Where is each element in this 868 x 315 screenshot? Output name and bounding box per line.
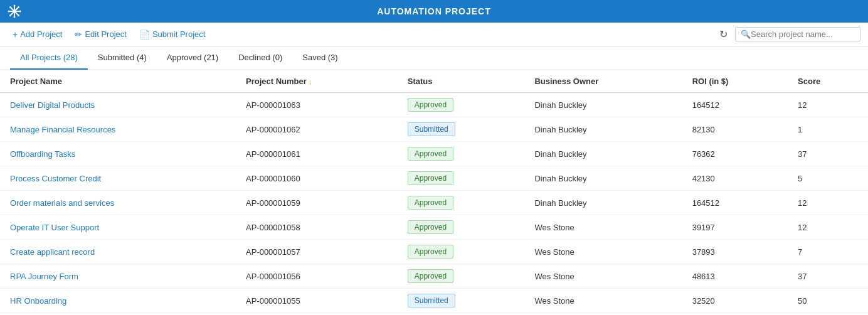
project-name-link[interactable]: Offboarding Tasks [10, 149, 75, 159]
app-logo [8, 4, 21, 18]
status-badge: Approved [408, 269, 453, 283]
col-header-business_owner: Business Owner [524, 70, 682, 93]
col-header-status: Status [398, 70, 525, 93]
submit-project-button[interactable]: 📄 Submit Project [134, 27, 211, 42]
tabs-bar: All Projects (28)Submitted (4)Approved (… [0, 46, 868, 70]
business-owner: Wes Stone [524, 215, 682, 240]
status-badge: Approved [408, 147, 453, 161]
project-number: AP-000001062 [236, 117, 398, 142]
status-badge: Approved [408, 245, 453, 259]
app-header: AUTOMATION PROJECT [0, 0, 868, 23]
score-value: 12 [788, 93, 868, 117]
status-badge: Approved [408, 220, 453, 234]
roi-value: 82130 [682, 117, 788, 142]
toolbar: + Add Project ✏ Edit Project 📄 Submit Pr… [0, 23, 868, 46]
svg-point-5 [14, 5, 16, 7]
score-value: 12 [788, 215, 868, 240]
edit-project-button[interactable]: ✏ Edit Project [70, 27, 131, 42]
project-name-link[interactable]: RPA Journey Form [10, 272, 78, 281]
project-name-link[interactable]: Order materials and services [10, 198, 114, 208]
main-content: All Projects (28)Submitted (4)Approved (… [0, 46, 868, 315]
projects-table-container[interactable]: Project NameProject Number ↓StatusBusine… [0, 70, 868, 313]
tab-all[interactable]: All Projects (28) [10, 46, 88, 70]
project-name-link[interactable]: Process Customer Credit [10, 174, 101, 183]
search-input[interactable] [751, 29, 856, 39]
business-owner: Dinah Buckley [524, 117, 682, 142]
projects-table: Project NameProject Number ↓StatusBusine… [0, 70, 868, 313]
svg-point-10 [18, 14, 19, 16]
project-number: AP-000001057 [236, 240, 398, 264]
business-owner: Dinah Buckley [524, 166, 682, 191]
project-name-link[interactable]: Create applicant record [10, 247, 95, 257]
tab-saved[interactable]: Saved (3) [292, 46, 347, 70]
status-badge: Approved [408, 98, 453, 112]
roi-value: 42130 [682, 166, 788, 191]
project-number: AP-000001060 [236, 166, 398, 191]
project-number: AP-000001061 [236, 142, 398, 166]
svg-point-9 [9, 6, 11, 8]
svg-point-12 [9, 14, 11, 16]
add-project-button[interactable]: + Add Project [8, 27, 67, 42]
project-number: AP-000001063 [236, 93, 398, 117]
roi-value: 48613 [682, 264, 788, 289]
add-project-label: Add Project [20, 29, 62, 39]
score-value: 37 [788, 264, 868, 289]
table-row: Manage Financial ResourcesAP-000001062Su… [0, 117, 868, 142]
project-name-link[interactable]: HR Onboarding [10, 296, 66, 306]
score-value: 7 [788, 240, 868, 264]
status-badge: Submitted [408, 122, 455, 136]
table-row: Offboarding TasksAP-000001061ApprovedDin… [0, 142, 868, 166]
project-number: AP-000001056 [236, 264, 398, 289]
tab-approved[interactable]: Approved (21) [157, 46, 228, 70]
submit-project-label: Submit Project [152, 29, 206, 39]
col-header-project_number[interactable]: Project Number ↓ [236, 70, 398, 93]
logo-icon [8, 4, 21, 18]
roi-value: 164512 [682, 93, 788, 117]
roi-value: 37893 [682, 240, 788, 264]
col-header-score: Score [788, 70, 868, 93]
project-number: AP-000001055 [236, 289, 398, 313]
toolbar-right: ↻ 🔍 [717, 26, 860, 43]
status-badge: Approved [408, 171, 453, 185]
svg-point-7 [8, 11, 10, 13]
project-number: AP-000001059 [236, 191, 398, 215]
header-title: AUTOMATION PROJECT [377, 6, 491, 16]
search-box: 🔍 [735, 27, 860, 41]
refresh-icon: ↻ [719, 29, 728, 40]
project-name-link[interactable]: Operate IT User Support [10, 223, 99, 232]
status-badge: Approved [408, 196, 453, 210]
business-owner: Dinah Buckley [524, 142, 682, 166]
refresh-button[interactable]: ↻ [717, 26, 730, 43]
plus-icon: + [13, 29, 18, 40]
project-number: AP-000001058 [236, 215, 398, 240]
col-header-roi: ROI (in $) [682, 70, 788, 93]
business-owner: Dinah Buckley [524, 191, 682, 215]
score-value: 50 [788, 289, 868, 313]
sort-icon-project_number: ↓ [307, 78, 312, 85]
svg-point-8 [19, 11, 21, 13]
edit-project-label: Edit Project [85, 29, 126, 39]
project-name-link[interactable]: Manage Financial Resources [10, 125, 115, 134]
search-icon: 🔍 [741, 29, 751, 39]
tab-submitted[interactable]: Submitted (4) [88, 46, 157, 70]
tab-declined[interactable]: Declined (0) [228, 46, 292, 70]
table-row: HR OnboardingAP-000001055SubmittedWes St… [0, 289, 868, 313]
business-owner: Wes Stone [524, 289, 682, 313]
project-name-link[interactable]: Deliver Digital Products [10, 100, 95, 110]
table-row: Operate IT User SupportAP-000001058Appro… [0, 215, 868, 240]
table-row: RPA Journey FormAP-000001056ApprovedWes … [0, 264, 868, 289]
edit-icon: ✏ [75, 29, 82, 40]
svg-point-11 [18, 6, 19, 8]
table-row: Deliver Digital ProductsAP-000001063Appr… [0, 93, 868, 117]
score-value: 12 [788, 191, 868, 215]
score-value: 1 [788, 117, 868, 142]
table-row: Order materials and servicesAP-000001059… [0, 191, 868, 215]
score-value: 37 [788, 142, 868, 166]
score-value: 5 [788, 166, 868, 191]
svg-point-6 [14, 16, 16, 18]
table-row: Process Customer CreditAP-000001060Appro… [0, 166, 868, 191]
roi-value: 32520 [682, 289, 788, 313]
roi-value: 76362 [682, 142, 788, 166]
business-owner: Dinah Buckley [524, 93, 682, 117]
roi-value: 39197 [682, 215, 788, 240]
